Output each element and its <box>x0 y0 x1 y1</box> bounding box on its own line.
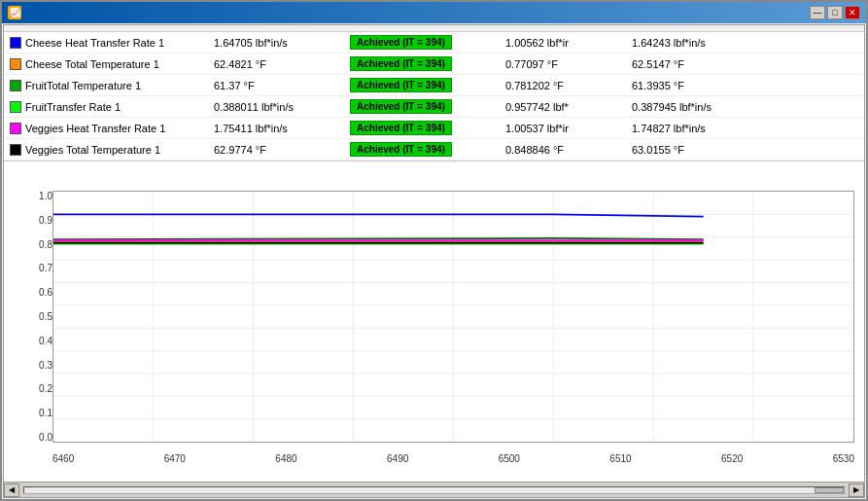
row-name-cell: FruitTotal Temperature 1 <box>8 79 212 92</box>
x-axis-label: 6460 <box>52 453 74 464</box>
x-axis: 64606470648064906500651065206530 <box>52 453 854 464</box>
row-averaged-value: 0.387945 lbf*in/s <box>630 100 785 114</box>
chart-plot-area <box>52 191 854 443</box>
progress-badge: Achieved (IT = 394) <box>350 99 452 114</box>
maximize-button[interactable]: □ <box>827 6 843 19</box>
scroll-left-button[interactable]: ◀ <box>4 483 19 497</box>
chart-section: 0.00.10.20.30.40.50.60.70.80.91.0 <box>4 161 864 482</box>
goals-table: Cheese Heat Transfer Rate 1 1.64705 lbf*… <box>4 25 864 161</box>
row-averaged-value: 1.64243 lbf*in/s <box>630 36 785 50</box>
row-averaged-value: 61.3935 °F <box>630 79 785 92</box>
window-icon: 📈 <box>8 6 21 19</box>
table-body: Cheese Heat Transfer Rate 1 1.64705 lbf*… <box>4 32 864 161</box>
col-averaged <box>630 27 785 29</box>
row-progress-cell: Achieved (IT = 394) <box>348 77 503 93</box>
row-color-indicator <box>10 101 21 113</box>
col-name <box>8 27 212 29</box>
row-current-value: 62.4821 °F <box>212 57 348 71</box>
row-name-cell: Veggies Total Temperature 1 <box>8 143 212 157</box>
row-name-cell: Cheese Total Temperature 1 <box>8 57 212 71</box>
y-axis-label: 0.7 <box>39 263 52 273</box>
col-current <box>212 27 348 29</box>
table-row: Cheese Heat Transfer Rate 1 1.64705 lbf*… <box>4 32 864 54</box>
scroll-right-button[interactable]: ▶ <box>849 483 864 497</box>
row-color-indicator <box>10 144 21 156</box>
row-name-label: Veggies Heat Transfer Rate 1 <box>25 123 165 134</box>
scroll-track[interactable] <box>23 486 845 494</box>
row-criterion: 0.781202 °F <box>503 79 630 92</box>
row-criterion: 0.848846 °F <box>503 143 630 157</box>
x-axis-label: 6530 <box>833 453 854 464</box>
row-averaged-value: 63.0155 °F <box>630 143 785 157</box>
chart-title <box>4 161 864 169</box>
row-progress-cell: Achieved (IT = 394) <box>348 55 503 72</box>
row-criterion: 0.957742 lbf* <box>503 100 630 114</box>
col-progress <box>348 27 503 29</box>
x-axis-label: 6490 <box>387 453 408 464</box>
progress-badge: Achieved (IT = 394) <box>350 78 452 92</box>
row-name-label: Cheese Total Temperature 1 <box>25 58 159 70</box>
table-header-row <box>4 25 864 32</box>
row-color-indicator <box>10 58 21 70</box>
row-current-value: 1.64705 lbf*in/s <box>212 36 348 50</box>
title-bar-left: 📈 <box>8 6 25 19</box>
minimize-button[interactable]: — <box>810 6 825 19</box>
table-row: FruitTransfer Rate 1 0.388011 lbf*in/s A… <box>4 96 864 118</box>
table-row: Veggies Heat Transfer Rate 1 1.75411 lbf… <box>4 118 864 139</box>
y-axis-label: 0.4 <box>39 336 52 346</box>
row-name-label: FruitTransfer Rate 1 <box>25 101 121 113</box>
y-axis-label: 0.6 <box>39 287 52 298</box>
row-criterion: 1.00562 lbf*ir <box>503 36 630 50</box>
table-row: Veggies Total Temperature 1 62.9774 °F A… <box>4 139 864 161</box>
col-criterion <box>503 27 630 29</box>
x-axis-label: 6480 <box>275 453 296 464</box>
y-axis-label: 0.5 <box>39 311 52 322</box>
progress-badge: Achieved (IT = 394) <box>350 121 452 135</box>
x-axis-label: 6500 <box>499 453 520 464</box>
row-current-value: 1.75411 lbf*in/s <box>212 122 348 135</box>
progress-badge: Achieved (IT = 394) <box>350 142 452 157</box>
row-color-indicator <box>10 37 21 49</box>
y-axis-label: 0.8 <box>39 239 52 250</box>
table-row: Cheese Total Temperature 1 62.4821 °F Ac… <box>4 54 864 75</box>
window-controls: — □ ✕ <box>810 6 860 19</box>
table-row: FruitTotal Temperature 1 61.37 °F Achiev… <box>4 75 864 96</box>
y-axis-label: 0.1 <box>39 408 52 418</box>
row-color-indicator <box>10 80 21 91</box>
row-name-label: Cheese Heat Transfer Rate 1 <box>25 37 164 49</box>
row-progress-cell: Achieved (IT = 394) <box>348 98 503 115</box>
horizontal-scrollbar[interactable]: ◀ ▶ <box>4 482 864 497</box>
y-axis-label: 0.2 <box>39 383 52 394</box>
y-axis-label: 0.3 <box>39 360 52 371</box>
x-axis-label: 6470 <box>164 453 186 464</box>
row-averaged-value: 1.74827 lbf*in/s <box>630 122 785 135</box>
chart-svg <box>53 192 853 442</box>
x-axis-label: 6520 <box>721 453 743 464</box>
x-axis-label: 6510 <box>609 453 631 464</box>
row-criterion: 0.77097 °F <box>503 57 630 71</box>
progress-badge: Achieved (IT = 394) <box>350 35 452 50</box>
window-content: Cheese Heat Transfer Rate 1 1.64705 lbf*… <box>3 24 865 498</box>
progress-badge: Achieved (IT = 394) <box>350 56 452 71</box>
row-progress-cell: Achieved (IT = 394) <box>348 34 503 51</box>
row-name-label: Veggies Total Temperature 1 <box>25 144 160 156</box>
row-name-label: FruitTotal Temperature 1 <box>25 80 141 91</box>
row-current-value: 0.388011 lbf*in/s <box>212 100 348 114</box>
row-progress-cell: Achieved (IT = 394) <box>348 120 503 136</box>
main-window: 📈 — □ ✕ Cheese Heat Transfer Rate 1 1.64… <box>0 0 868 501</box>
row-averaged-value: 62.5147 °F <box>630 57 785 71</box>
row-criterion: 1.00537 lbf*ir <box>503 122 630 135</box>
scroll-thumb[interactable] <box>815 487 844 493</box>
close-button[interactable]: ✕ <box>845 6 860 19</box>
row-name-cell: Veggies Heat Transfer Rate 1 <box>8 122 212 135</box>
row-name-cell: FruitTransfer Rate 1 <box>8 100 212 114</box>
row-progress-cell: Achieved (IT = 394) <box>348 141 503 158</box>
y-axis-label: 0.9 <box>39 215 52 226</box>
row-name-cell: Cheese Heat Transfer Rate 1 <box>8 36 212 50</box>
y-axis-label: 1.0 <box>39 191 52 201</box>
row-color-indicator <box>10 123 21 134</box>
y-axis: 0.00.10.20.30.40.50.60.70.80.91.0 <box>14 191 52 443</box>
y-axis-label: 0.0 <box>39 432 52 443</box>
row-current-value: 61.37 °F <box>212 79 348 92</box>
row-current-value: 62.9774 °F <box>212 143 348 157</box>
